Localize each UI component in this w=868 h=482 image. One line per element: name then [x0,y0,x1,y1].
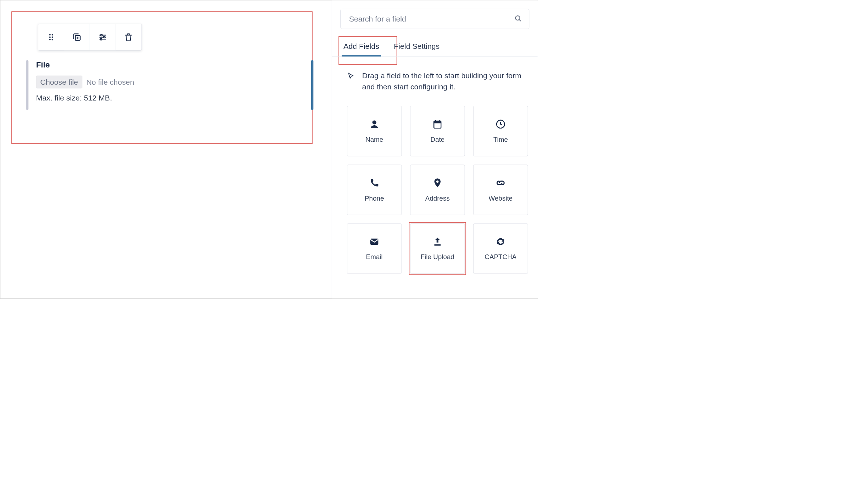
tile-label: Phone [365,195,384,202]
field-tile-captcha[interactable]: CAPTCHA [473,223,528,273]
refresh-icon [495,236,506,247]
svg-point-13 [516,16,520,20]
tile-label: Website [489,195,513,202]
svg-point-5 [52,39,53,40]
file-input-row: Choose file No file chosen [36,76,303,88]
tile-label: Date [431,136,445,143]
tile-label: File Upload [421,253,454,261]
field-tile-address[interactable]: Address [410,165,465,215]
field-tile-date[interactable]: Date [410,106,465,156]
search-input[interactable] [340,9,529,29]
selection-bar-right [311,60,313,110]
delete-button[interactable] [115,24,141,50]
clock-icon [495,119,506,130]
svg-point-12 [100,38,102,40]
form-canvas[interactable]: File Choose file No file chosen Max. fil… [0,0,332,298]
file-field-block[interactable]: File Choose file No file chosen Max. fil… [26,60,313,102]
svg-point-11 [103,36,105,38]
duplicate-icon [72,32,82,42]
search-wrap [340,9,529,29]
field-toolbar [38,24,142,50]
field-tile-website[interactable]: Website [473,165,528,215]
field-grid: NameDateTimePhoneAddressWebsiteEmailFile… [332,102,538,274]
field-tile-name[interactable]: Name [347,106,402,156]
svg-point-0 [49,34,51,36]
drag-handle-button[interactable] [38,24,64,50]
choose-file-button[interactable]: Choose file [36,76,82,88]
tabs: Add Fields Field Settings [332,36,538,56]
field-tile-email[interactable]: Email [347,223,402,273]
svg-point-3 [52,36,53,38]
tile-label: Time [493,136,508,143]
field-tile-file-upload[interactable]: File Upload [410,223,465,273]
cursor-icon [347,71,355,81]
tile-label: Email [366,253,383,261]
file-status-text: No file chosen [86,78,134,86]
svg-point-1 [52,34,53,36]
person-icon [369,119,380,130]
field-tile-phone[interactable]: Phone [347,165,402,215]
tile-label: Name [365,136,383,143]
duplicate-button[interactable] [64,24,90,50]
sliders-icon [98,32,107,42]
field-tile-time[interactable]: Time [473,106,528,156]
field-label: File [36,60,303,69]
instruction-text: Drag a field to the left to start buildi… [362,70,522,93]
selection-bar-left [26,60,28,110]
svg-point-10 [100,34,102,36]
pin-icon [432,178,443,188]
svg-point-2 [49,36,51,38]
file-size-hint: Max. file size: 512 MB. [36,94,303,102]
app-frame: File Choose file No file chosen Max. fil… [0,0,538,299]
sidebar: Add Fields Field Settings Drag a field t… [332,0,538,298]
link-icon [495,178,506,188]
mail-icon [369,236,380,247]
tab-field-settings[interactable]: Field Settings [393,36,441,56]
tab-add-fields[interactable]: Add Fields [342,36,380,56]
tile-label: CAPTCHA [485,253,517,261]
phone-icon [369,178,380,188]
drag-handle-icon [46,32,56,42]
svg-point-4 [49,39,51,40]
upload-icon [432,236,443,247]
tile-label: Address [425,195,450,202]
settings-button[interactable] [90,24,115,50]
search-icon [514,14,522,23]
calendar-icon [432,119,443,130]
trash-icon [124,32,133,42]
svg-line-14 [519,19,521,21]
